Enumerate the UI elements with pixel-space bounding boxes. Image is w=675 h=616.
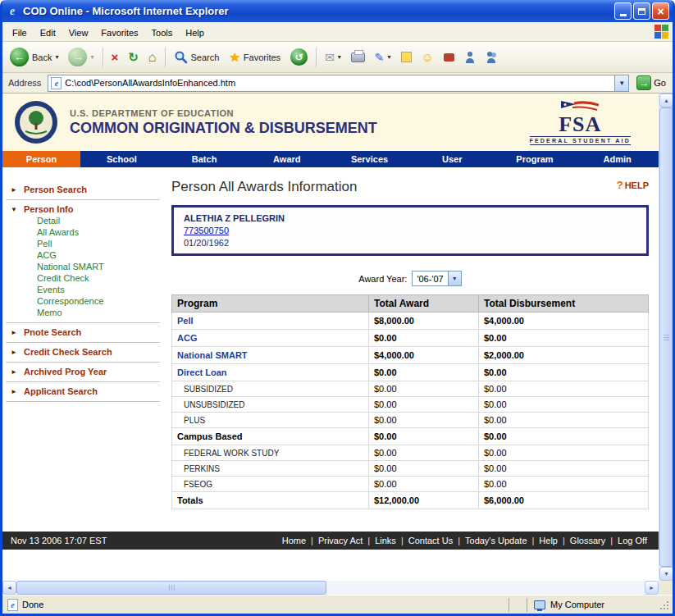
total-disbursement-cell: $0.00 [479, 397, 649, 413]
back-dropdown-icon[interactable]: ▾ [55, 53, 58, 61]
nav-tab-school[interactable]: School [80, 151, 163, 167]
sidebar-link-all-awards[interactable]: All Awards [6, 227, 160, 239]
sidebar-link-correspondence[interactable]: Correspondence [6, 296, 160, 308]
menu-file[interactable]: File [6, 25, 34, 40]
messenger-button[interactable]: ☺ [417, 48, 438, 66]
footer-link-privacy-act[interactable]: Privacy Act [318, 536, 363, 545]
sidebar-item-person-search[interactable]: ►Person Search [6, 183, 160, 196]
minimize-button[interactable] [614, 2, 632, 20]
footer-separator: | [458, 536, 460, 545]
title-bar[interactable]: e COD Online - Microsoft Internet Explor… [2, 0, 673, 22]
edit-button[interactable]: ✎ ▾ [371, 49, 395, 66]
menu-edit[interactable]: Edit [34, 25, 62, 40]
sidebar-link-credit-check[interactable]: Credit Check [6, 273, 160, 285]
sidebar-link-pell[interactable]: Pell [6, 239, 160, 250]
nav-tab-batch[interactable]: Batch [163, 151, 246, 167]
menu-help[interactable]: Help [179, 25, 211, 40]
address-dropdown-icon[interactable]: ▼ [614, 75, 628, 91]
menu-view[interactable]: View [62, 25, 95, 40]
table-row: Direct Loan$0.00$0.00 [172, 364, 649, 381]
sidebar-item-person-info[interactable]: ▼Person Info [6, 203, 160, 216]
footer-link-glossary[interactable]: Glossary [570, 536, 605, 545]
program-link-acg[interactable]: ACG [177, 333, 197, 343]
forward-button[interactable]: → ▾ [64, 45, 98, 69]
nav-tab-award[interactable]: Award [245, 151, 328, 167]
table-row: Pell$8,000.00$4,000.00 [172, 313, 649, 330]
column-header-total-disbursement: Total Disbursement [479, 295, 649, 313]
total-award-cell: $0.00 [369, 364, 479, 381]
program-label: PERKINS [177, 464, 220, 473]
footer-link-help[interactable]: Help [539, 536, 558, 545]
scroll-up-icon[interactable]: ▲ [659, 94, 673, 107]
back-button[interactable]: ← Back ▾ [6, 45, 62, 69]
edit-dropdown-icon[interactable]: ▾ [388, 53, 391, 61]
horizontal-scroll-track[interactable] [326, 581, 645, 595]
person-id-link[interactable]: 773500750 [184, 226, 229, 235]
sidebar-item-archived-prog-year[interactable]: ►Archived Prog Year [6, 365, 160, 378]
nav-tab-program[interactable]: Program [494, 151, 577, 167]
horizontal-scroll-thumb[interactable] [16, 581, 326, 595]
footer-link-today-s-update[interactable]: Today's Update [465, 536, 527, 545]
sidebar-item-credit-check-search[interactable]: ►Credit Check Search [6, 345, 160, 358]
close-button[interactable]: × [652, 2, 669, 20]
sidebar-link-acg[interactable]: ACG [6, 250, 160, 262]
program-label: FSEOG [177, 480, 212, 489]
scroll-right-icon[interactable]: ► [645, 581, 659, 595]
mail-button[interactable]: ✉ ▾ [321, 49, 345, 66]
help-link[interactable]: ? HELP [617, 179, 649, 191]
sidebar-link-national-smart[interactable]: National SMART [6, 262, 160, 273]
people-button[interactable] [481, 49, 501, 66]
vertical-scroll-thumb[interactable] [659, 107, 673, 567]
back-label: Back [32, 52, 52, 62]
column-header-total-award: Total Award [369, 295, 479, 313]
sidebar-item-pnote-search[interactable]: ►Pnote Search [6, 326, 160, 339]
search-button[interactable]: Search [170, 48, 224, 66]
home-button[interactable]: ⌂ [144, 48, 161, 66]
back-icon: ← [10, 48, 29, 66]
nav-tab-admin[interactable]: Admin [576, 151, 659, 167]
maximize-button[interactable] [633, 2, 650, 20]
discuss-button[interactable] [397, 49, 416, 65]
total-disbursement-cell: $0.00 [479, 445, 649, 461]
sidebar-link-memo[interactable]: Memo [6, 308, 160, 319]
total-award-cell: $0.00 [369, 477, 479, 492]
sidebar-link-events[interactable]: Events [6, 285, 160, 296]
footer-link-log-off[interactable]: Log Off [618, 536, 647, 545]
total-award-cell: $0.00 [369, 397, 479, 413]
menu-favorites[interactable]: Favorites [94, 25, 144, 40]
award-year-select[interactable]: '06-'07 ▼ [412, 271, 461, 286]
address-input[interactable]: e C:\cod\PersonAllAwardsInfoEnhanced.htm… [48, 75, 629, 92]
scroll-left-icon[interactable]: ◄ [2, 581, 16, 595]
refresh-button[interactable]: ↻ [124, 48, 143, 66]
sidebar-item-applicant-search[interactable]: ►Applicant Search [6, 385, 160, 398]
contact-button[interactable] [460, 49, 480, 66]
program-link-pell[interactable]: Pell [177, 316, 194, 326]
stop-button[interactable]: × [107, 48, 123, 66]
footer-separator: | [563, 536, 565, 545]
awards-table: ProgramTotal AwardTotal Disbursement Pel… [171, 294, 649, 509]
nav-tab-services[interactable]: Services [328, 151, 411, 167]
footer-link-home[interactable]: Home [282, 536, 306, 545]
sidebar-link-detail[interactable]: Detail [6, 216, 160, 227]
favorites-button[interactable]: ★ Favorites [225, 48, 285, 66]
horizontal-scrollbar: ◄ ► [2, 581, 673, 595]
print-button[interactable] [347, 50, 369, 65]
media-button[interactable] [440, 51, 458, 64]
sidebar-label: Archived Prog Year [24, 367, 107, 376]
nav-tab-person[interactable]: Person [2, 151, 80, 167]
go-button[interactable]: → Go [633, 75, 669, 90]
scroll-down-icon[interactable]: ▼ [659, 567, 673, 581]
program-link-direct-loan[interactable]: Direct Loan [177, 367, 227, 377]
banner-text: U.S. DEPARTMENT OF EDUCATION COMMON ORIG… [70, 108, 377, 137]
help-label: HELP [625, 180, 649, 190]
footer-link-links[interactable]: Links [375, 536, 396, 545]
program-link-national-smart[interactable]: National SMART [177, 350, 248, 360]
mail-dropdown-icon[interactable]: ▾ [338, 53, 341, 61]
page-footer: Nov 13 2006 17:07 EST Home|Privacy Act|L… [2, 532, 659, 550]
nav-tab-user[interactable]: User [411, 151, 494, 167]
footer-link-contact-us[interactable]: Contact Us [408, 536, 453, 545]
menu-tools[interactable]: Tools [145, 25, 180, 40]
fsa-wordmark: FSA [530, 115, 631, 135]
resize-grip[interactable] [658, 599, 670, 611]
history-button[interactable]: ↺ [286, 46, 312, 68]
